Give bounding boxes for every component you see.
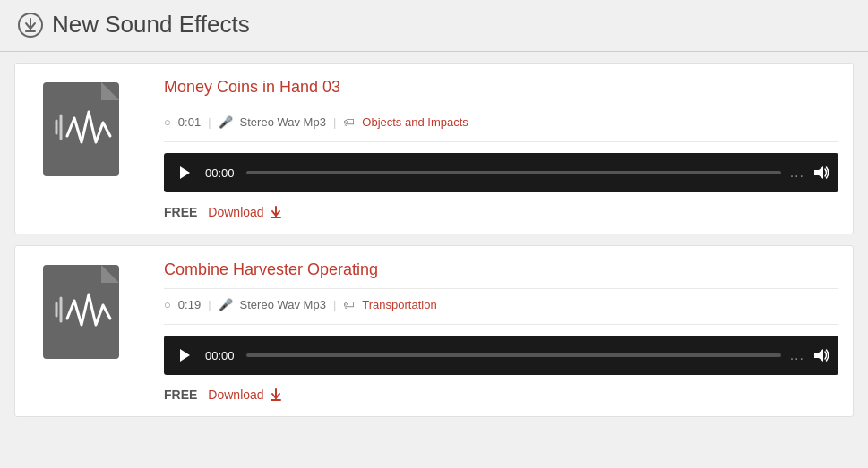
download-label-2: Download	[208, 387, 263, 402]
card-body-2: Combine Harvester Operating ○ 0:19 | 🎤 S…	[164, 260, 838, 402]
page-title: New Sound Effects	[52, 11, 250, 38]
download-row-2: FREE Download	[164, 387, 838, 402]
sound-card-1: Money Coins in Hand 03 ○ 0:01 | 🎤 Stereo…	[14, 63, 854, 234]
tag-icon-2: 🏷	[343, 298, 355, 311]
sound-format-1: Stereo Wav Mp3	[240, 115, 326, 129]
play-button-1[interactable]	[173, 161, 196, 184]
sound-file-icon-1	[30, 78, 146, 194]
download-icon-1	[269, 205, 283, 219]
volume-button-1[interactable]	[813, 166, 829, 180]
sound-title-2[interactable]: Combine Harvester Operating	[164, 260, 838, 289]
audio-player-2: 00:00 ...	[164, 336, 838, 375]
progress-bar-container-2[interactable]	[246, 353, 781, 357]
tag-icon-1: 🏷	[343, 115, 355, 129]
play-button-2[interactable]	[173, 344, 196, 367]
download-link-2[interactable]: Download	[208, 387, 282, 402]
svg-marker-8	[180, 166, 190, 179]
free-label-1: FREE	[164, 205, 197, 219]
time-display-1: 00:00	[205, 166, 237, 180]
clock-icon-2: ○	[164, 298, 171, 311]
sep-3: |	[208, 298, 211, 311]
sound-meta-1: ○ 0:01 | 🎤 Stereo Wav Mp3 | 🏷 Objects an…	[164, 115, 838, 142]
download-row-1: FREE Download	[164, 205, 838, 219]
sound-duration-2: 0:19	[178, 298, 201, 311]
download-circle-icon	[18, 13, 43, 38]
svg-marker-17	[814, 349, 823, 362]
sep-1: |	[208, 115, 211, 129]
progress-bar-container-1[interactable]	[246, 171, 781, 174]
play-icon-2	[178, 348, 191, 362]
mic-icon-1: 🎤	[219, 115, 233, 129]
play-icon-1	[178, 166, 191, 180]
mic-icon-2: 🎤	[219, 298, 233, 311]
audio-player-1: 00:00 ...	[164, 153, 838, 192]
download-icon-2	[269, 387, 283, 402]
download-link-1[interactable]: Download	[208, 205, 282, 219]
sound-category-1[interactable]: Objects and Impacts	[362, 115, 468, 129]
sep-4: |	[333, 298, 336, 311]
sound-title-1[interactable]: Money Coins in Hand 03	[164, 78, 838, 106]
player-dots-2[interactable]: ...	[790, 347, 804, 363]
svg-marker-16	[180, 349, 190, 362]
player-dots-1[interactable]: ...	[790, 165, 804, 181]
page-header: New Sound Effects	[0, 0, 868, 51]
sound-category-2[interactable]: Transportation	[362, 298, 436, 311]
sound-file-icon-2	[30, 260, 146, 377]
download-label-1: Download	[208, 205, 263, 219]
sound-meta-2: ○ 0:19 | 🎤 Stereo Wav Mp3 | 🏷 Transporta…	[164, 298, 838, 325]
sep-2: |	[333, 115, 336, 129]
clock-icon-1: ○	[164, 115, 171, 129]
time-display-2: 00:00	[205, 349, 237, 362]
sound-list: Money Coins in Hand 03 ○ 0:01 | 🎤 Stereo…	[0, 52, 868, 428]
sound-card-2: Combine Harvester Operating ○ 0:19 | 🎤 S…	[14, 245, 854, 417]
volume-icon-2	[813, 348, 829, 362]
free-label-2: FREE	[164, 387, 197, 402]
card-body-1: Money Coins in Hand 03 ○ 0:01 | 🎤 Stereo…	[164, 78, 838, 219]
sound-duration-1: 0:01	[178, 115, 201, 129]
svg-marker-9	[814, 166, 823, 179]
volume-icon-1	[813, 166, 829, 180]
volume-button-2[interactable]	[813, 348, 829, 362]
sound-format-2: Stereo Wav Mp3	[240, 298, 326, 311]
